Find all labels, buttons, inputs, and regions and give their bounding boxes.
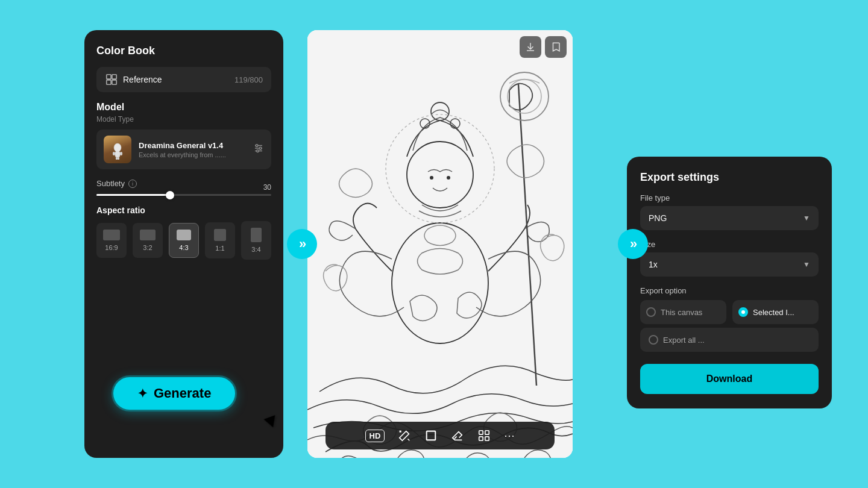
aspect-btn-16-9[interactable]: 16:9: [96, 223, 127, 258]
more-options-btn[interactable]: ···: [503, 428, 516, 443]
svg-rect-43: [485, 431, 489, 434]
reference-bar[interactable]: Reference 119/800: [96, 67, 271, 92]
size-value: 1x: [649, 260, 658, 269]
size-chevron: ▼: [803, 260, 810, 269]
bookmark-icon: [550, 42, 561, 52]
export-option-this-canvas-label: This canvas: [661, 308, 702, 317]
slider-fill: [96, 194, 170, 196]
export-option-this-canvas[interactable]: This canvas: [640, 300, 726, 324]
export-option-all[interactable]: Export all ...: [640, 328, 819, 352]
svg-rect-20: [251, 228, 262, 242]
download-icon: [525, 42, 536, 52]
subtlety-section: Subtlety i 30: [96, 179, 271, 196]
svg-rect-42: [479, 431, 483, 434]
aspect-btn-4-3[interactable]: 4:3: [169, 223, 199, 258]
aspect-label-3-4: 3:4: [251, 246, 260, 253]
line-art-svg: [307, 30, 573, 458]
svg-rect-44: [479, 437, 483, 440]
model-card[interactable]: Dreamina General v1.4 Excels at everythi…: [96, 130, 271, 169]
generate-label: Generate: [154, 386, 211, 401]
aspect-ratio-label: Aspect ratio: [96, 205, 271, 215]
arrow-2: »: [618, 229, 648, 259]
svg-point-26: [447, 176, 450, 180]
svg-rect-17: [140, 230, 156, 240]
svg-rect-1: [112, 75, 116, 79]
transform-btn[interactable]: [476, 428, 492, 443]
download-button[interactable]: Download: [640, 364, 819, 394]
subtlety-row: Subtlety i: [96, 179, 271, 188]
aspect-ratio-section: Aspect ratio 16:9 3:2 4:3: [96, 205, 271, 260]
aspect-icon-16-9: [103, 230, 120, 240]
reference-left: Reference: [105, 73, 162, 86]
astronaut-icon: [112, 143, 124, 160]
svg-point-4: [114, 143, 121, 152]
svg-rect-3: [112, 80, 116, 84]
download-canvas-btn[interactable]: [520, 36, 541, 58]
svg-rect-2: [107, 80, 111, 84]
arrow-2-symbol: »: [630, 236, 636, 252]
file-type-chevron: ▼: [803, 214, 810, 222]
model-settings-icon[interactable]: [253, 143, 264, 156]
model-info: Dreamina General v1.4 Excels at everythi…: [139, 141, 246, 158]
export-option-selected[interactable]: Selected I...: [732, 300, 819, 324]
svg-rect-9: [118, 157, 119, 160]
model-thumbnail: [104, 136, 131, 163]
bookmark-canvas-btn[interactable]: [545, 36, 567, 58]
svg-rect-8: [116, 157, 118, 160]
aspect-label-16-9: 16:9: [105, 244, 118, 251]
svg-point-25: [430, 176, 433, 180]
svg-rect-19: [214, 229, 226, 241]
slider-track[interactable]: [96, 194, 271, 196]
export-option-label: Export option: [640, 286, 819, 295]
slider-thumb[interactable]: [166, 191, 174, 199]
export-option-all-label: Export all ...: [663, 336, 705, 345]
model-desc: Excels at everything from ......: [139, 151, 246, 158]
reference-count: 119/800: [234, 75, 263, 84]
aspect-btn-3-2[interactable]: 3:2: [133, 223, 163, 258]
size-select[interactable]: 1x ▼: [640, 252, 819, 277]
eraser-btn[interactable]: [450, 428, 465, 443]
main-container: Color Book Reference 119/800 Model Model…: [0, 0, 868, 488]
canvas-artwork: [307, 30, 573, 458]
generate-star-icon: ✦: [137, 386, 148, 401]
aspect-icon-3-4: [251, 228, 262, 242]
aspect-label-4-3: 4:3: [179, 244, 188, 251]
aspect-icon-1-1: [214, 229, 226, 241]
svg-rect-45: [485, 437, 489, 440]
aspect-icon-3-2: [140, 230, 156, 240]
panel-title: Color Book: [96, 45, 271, 57]
magic-wand-btn[interactable]: [397, 428, 412, 443]
crop-btn[interactable]: [423, 428, 439, 443]
radio-selected: [738, 307, 748, 317]
aspect-label-3-2: 3:2: [143, 244, 152, 251]
aspect-btn-3-4[interactable]: 3:4: [241, 221, 271, 260]
aspect-icon-4-3: [177, 230, 191, 240]
hd-toggle[interactable]: HD: [364, 428, 386, 443]
export-panel: Export settings File type PNG ▼ Size 1x …: [627, 157, 832, 408]
svg-rect-5: [115, 151, 120, 157]
model-section-label: Model: [96, 102, 271, 113]
eraser-icon: [451, 429, 464, 442]
magic-wand-icon: [398, 429, 411, 442]
aspect-label-1-1: 1:1: [215, 245, 224, 252]
svg-rect-37: [427, 431, 436, 440]
svg-rect-0: [107, 75, 111, 79]
reference-icon: [105, 73, 118, 86]
svg-rect-16: [103, 230, 120, 240]
file-type-value: PNG: [649, 213, 667, 223]
file-type-section: File type PNG ▼: [640, 193, 819, 230]
more-label: ···: [504, 430, 515, 442]
generate-button[interactable]: ✦ Generate: [113, 377, 235, 410]
canvas-panel: HD: [307, 30, 573, 458]
file-type-select[interactable]: PNG ▼: [640, 206, 819, 230]
export-option-selected-label: Selected I...: [753, 308, 794, 317]
bottom-toolbar: HD: [326, 422, 555, 449]
subtlety-label: Subtlety: [96, 179, 125, 188]
model-name: Dreamina General v1.4: [139, 141, 246, 150]
model-section: Model Model Type Dreamina Ge: [96, 102, 271, 169]
aspect-btn-1-1[interactable]: 1:1: [205, 222, 235, 258]
hd-label: HD: [365, 430, 385, 442]
slider-container: 30: [96, 194, 271, 196]
file-type-label: File type: [640, 193, 819, 202]
radio-this-canvas: [646, 307, 656, 317]
